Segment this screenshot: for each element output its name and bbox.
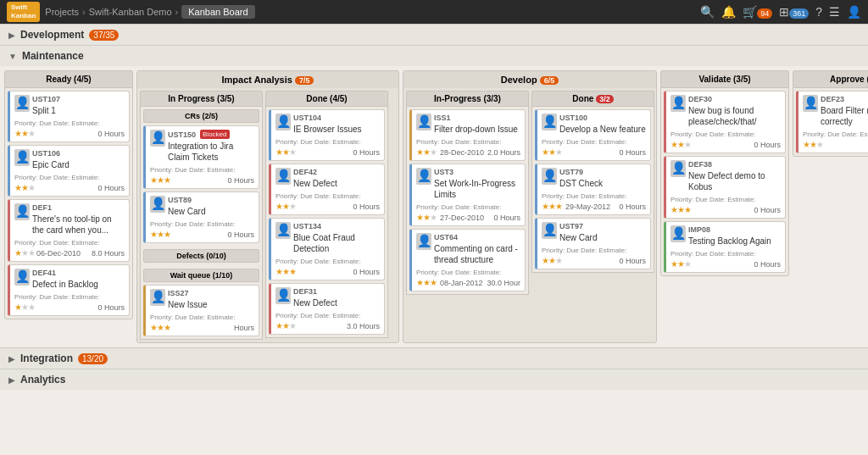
- card-DEF31[interactable]: DEF31 New Defect Priority: Due Date: Est…: [269, 283, 385, 335]
- section-title-integration: Integration: [20, 352, 73, 364]
- column-header-validate: Validate (3/5): [660, 70, 789, 87]
- card-UST79[interactable]: UST79 DST Check Priority: Due Date: Esti…: [535, 164, 651, 215]
- card-UST150[interactable]: UST150 Blocked Integration to Jira Claim…: [143, 125, 259, 189]
- column-validate: Validate (3/5) DEF30 New bug is found pl…: [660, 70, 789, 343]
- card-id-UST64: UST64: [434, 233, 520, 241]
- toggle-maintenance[interactable]: ▼: [8, 52, 17, 61]
- toggle-development[interactable]: ▶: [8, 31, 15, 40]
- avatar-UST104: [275, 114, 291, 130]
- card-title-UST104: IE Browser Issues: [293, 124, 380, 135]
- card-title-IMP08: Testing Backlog Again: [688, 236, 781, 247]
- toggle-analytics[interactable]: ▶: [8, 375, 15, 385]
- card-DEF38[interactable]: DEF38 New Defect demo to Kobus Priority:…: [664, 156, 786, 219]
- card-id-UST89: UST89: [168, 196, 254, 204]
- section-title-maintenance: Maintenance: [22, 50, 84, 62]
- avatar-DEF38: [670, 160, 686, 177]
- card-id-DEF30: DEF30: [688, 95, 781, 103]
- column-body-validate: DEF30 New bug is found please/check/that…: [660, 87, 789, 276]
- subheader-waitqueue: Wait queue (1/10): [143, 269, 259, 282]
- column-develop-done: Done 3/2 UST100 Develop a New feature: [531, 91, 654, 295]
- card-DEF30[interactable]: DEF30 New bug is found please/check/that…: [664, 91, 786, 153]
- card-DEF41[interactable]: DEF41 Defect in Backlog Priority: Due Da…: [8, 264, 130, 316]
- breadcrumb: Projects › Swift-Kanban Demo › Kanban Bo…: [45, 5, 254, 19]
- card-DEF23[interactable]: DEF23 Board Filter not working correctly…: [796, 91, 868, 153]
- section-maintenance[interactable]: ▼ Maintenance: [0, 45, 868, 66]
- avatar-UST64: [416, 233, 431, 250]
- card-id-DEF31: DEF31: [293, 287, 380, 296]
- column-body-approve: DEF23 Board Filter not working correctly…: [793, 87, 868, 157]
- card-UST134[interactable]: UST134 Blue Coat Fraud Detection Priorit…: [269, 218, 385, 280]
- toggle-integration[interactable]: ▶: [8, 354, 15, 363]
- section-analytics[interactable]: ▶ Analytics: [0, 369, 868, 390]
- column-body-ready: UST107 Split 1 Priority: Due Date: Estim…: [4, 87, 133, 319]
- card-UST97[interactable]: UST97 New Card Priority: Due Date: Estim…: [535, 218, 651, 269]
- help-icon[interactable]: ?: [815, 5, 822, 19]
- avatar-UST100: [542, 114, 557, 130]
- card-ISS27[interactable]: ISS27 New Issue Priority: Due Date: Esti…: [143, 285, 259, 336]
- card-title-UST64: Commenting on card - thread structure: [434, 243, 520, 265]
- card-id-DEF38: DEF38: [688, 160, 781, 169]
- card-id-UST106: UST106: [32, 149, 125, 158]
- card-UST104[interactable]: UST104 IE Browser Issues Priority: Due D…: [269, 109, 385, 161]
- card-IMP08[interactable]: IMP08 Testing Backlog Again Priority: Du…: [664, 221, 786, 273]
- subheader-crs: CRs (2/5): [143, 109, 259, 123]
- card-DEF42[interactable]: DEF42 New Defect Priority: Due Date: Est…: [269, 164, 385, 215]
- card-title-DEF31: New Defect: [293, 297, 380, 308]
- card-UST3[interactable]: UST3 Set Work-In-Progress Limits Priorit…: [409, 164, 526, 226]
- card-UST107[interactable]: UST107 Split 1 Priority: Due Date: Estim…: [8, 91, 130, 142]
- search-icon[interactable]: 🔍: [700, 5, 715, 19]
- avatar-UST134: [275, 222, 291, 239]
- card-UST106[interactable]: UST106 Epic Card Priority: Due Date: Est…: [8, 145, 130, 197]
- section-integration[interactable]: ▶ Integration 13/20: [0, 347, 868, 369]
- card-id-DEF42: DEF42: [293, 168, 380, 176]
- card-id-UST100: UST100: [559, 114, 646, 122]
- section-title-development: Development: [20, 29, 84, 41]
- subheader-defects: Defects (0/10): [143, 249, 259, 263]
- group-header-develop: Develop 6/5: [403, 71, 656, 88]
- done-impact-body: UST104 IE Browser Issues Priority: Due D…: [265, 106, 388, 338]
- card-UST64[interactable]: UST64 Commenting on card - thread struct…: [409, 229, 526, 291]
- column-header-develop-inprogress: In-Progress (3/3): [406, 91, 529, 106]
- header-right: 🔍 🔔 🛒94 ⊞361 ? ☰ 👤: [700, 5, 861, 19]
- card-id-UST97: UST97: [559, 222, 646, 230]
- card-title-UST89: New Card: [168, 206, 254, 217]
- group-body-impact: In Progress (3/5) CRs (2/5) UST150: [137, 88, 398, 342]
- card-id-ISS27: ISS27: [168, 289, 254, 297]
- section-count-development: 37/35: [89, 30, 119, 41]
- menu-icon[interactable]: ☰: [829, 5, 840, 19]
- card-UST100[interactable]: UST100 Develop a New feature Priority: D…: [535, 109, 651, 161]
- avatar-UST106: [14, 149, 30, 166]
- section-development[interactable]: ▶ Development 37/35: [0, 24, 868, 45]
- card-id-IMP08: IMP08: [688, 225, 781, 234]
- avatar-DEF42: [275, 168, 291, 185]
- avatar-UST89: [150, 196, 165, 213]
- breadcrumb-projects[interactable]: Projects: [45, 7, 79, 17]
- cart-icon[interactable]: 🛒94: [743, 5, 772, 19]
- card-id-DEF1: DEF1: [32, 203, 125, 212]
- user-icon[interactable]: 👤: [847, 5, 861, 19]
- avatar-IMP08: [670, 225, 686, 242]
- card-ISS1[interactable]: ISS1 Filter drop-down Issue Priority: Du…: [409, 109, 526, 161]
- column-impact-done: Done (4/5) UST104 IE Browser Issues: [265, 91, 388, 340]
- card-title-UST134: Blue Coat Fraud Detection: [293, 232, 380, 254]
- group-develop: Develop 6/5 In-Progress (3/3) ISS1 F: [403, 70, 657, 343]
- avatar-DEF23: [803, 95, 818, 112]
- card-title-ISS27: New Issue: [168, 299, 254, 310]
- column-header-approve: Approve (1/5): [793, 70, 868, 87]
- breadcrumb-demo[interactable]: Swift-Kanban Demo: [89, 7, 172, 17]
- card-UST89[interactable]: UST89 New Card Priority: Due Date: Estim…: [143, 191, 259, 243]
- card-title-DEF38: New Defect demo to Kobus: [688, 170, 781, 192]
- group-header-impact: Impact Analysis 7/5: [137, 71, 398, 88]
- avatar-UST97: [542, 222, 557, 239]
- blocked-badge-UST150: Blocked: [200, 130, 229, 139]
- group-count-impact: 7/5: [295, 76, 314, 85]
- card-title-UST106: Epic Card: [32, 159, 125, 170]
- card-id-UST79: UST79: [559, 168, 646, 176]
- alert-icon[interactable]: 🔔: [721, 5, 736, 19]
- card-id-UST134: UST134: [293, 222, 380, 230]
- avatar-DEF1: [14, 203, 30, 220]
- grid-icon[interactable]: ⊞361: [779, 5, 809, 19]
- main-content: ▶ Development 37/35 ▼ Maintenance Ready …: [0, 24, 868, 455]
- badge-grid: 361: [789, 8, 809, 19]
- card-DEF1[interactable]: DEF1 There's no tool-tip on the card whe…: [8, 199, 130, 262]
